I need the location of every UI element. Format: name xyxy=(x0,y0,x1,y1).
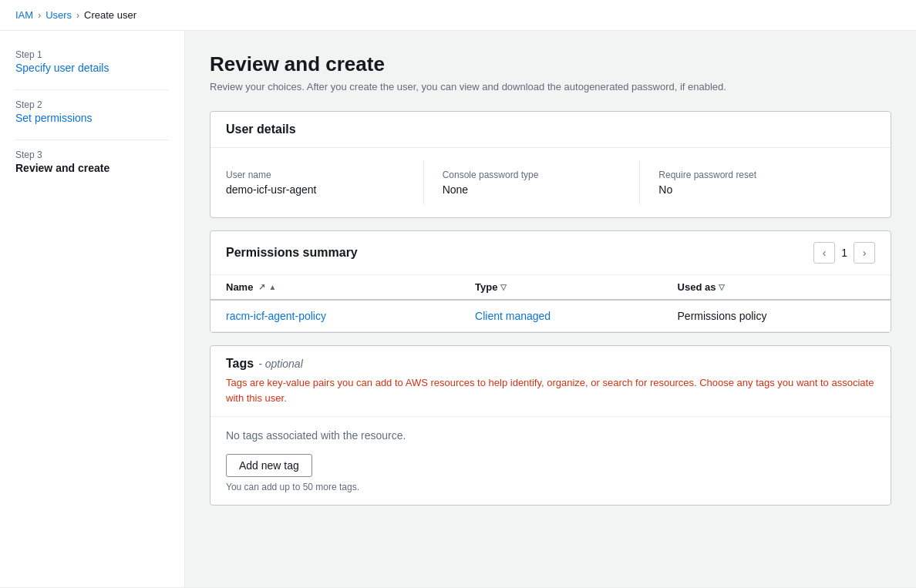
main-content: Review and create Review your choices. A… xyxy=(185,31,916,587)
tags-optional: - optional xyxy=(258,358,303,370)
tags-description: Tags are key-value pairs you can add to … xyxy=(226,375,875,405)
page-subtitle: Review your choices. After you create th… xyxy=(210,81,891,92)
tags-card: Tags- optional Tags are key-value pairs … xyxy=(210,345,891,506)
detail-password-type: Console password type None xyxy=(443,160,641,205)
pagination-prev-btn[interactable]: ‹ xyxy=(813,242,835,264)
breadcrumb-current: Create user xyxy=(84,9,136,21)
pagination-current: 1 xyxy=(841,247,847,259)
sidebar-step-1: Step 1 Specify user details xyxy=(15,49,169,74)
policy-name-link[interactable]: racm-icf-agent-policy xyxy=(226,310,326,322)
sidebar-step-1-title[interactable]: Specify user details xyxy=(15,62,109,74)
breadcrumb: IAM › Users › Create user xyxy=(0,0,916,31)
sidebar-step-3-title: Review and create xyxy=(15,162,109,174)
password-reset-value: No xyxy=(658,183,875,196)
tags-header: Tags- optional Tags are key-value pairs … xyxy=(210,346,891,417)
col-used-as: Used as ▽ xyxy=(662,275,891,300)
step-1-label: Step 1 xyxy=(15,49,169,60)
step-2-label: Step 2 xyxy=(15,99,169,110)
permissions-header: Permissions summary ‹ 1 › xyxy=(210,231,891,275)
sidebar-step-3: Step 3 Review and create xyxy=(15,150,169,174)
sidebar-step-2-title[interactable]: Set permissions xyxy=(15,112,93,124)
sidebar-divider-1 xyxy=(15,89,169,90)
policy-type-cell: Client managed xyxy=(460,300,662,332)
sidebar-step-2: Step 2 Set permissions xyxy=(15,99,169,124)
pagination-next-btn[interactable]: › xyxy=(854,242,875,264)
step-3-label: Step 3 xyxy=(15,150,169,160)
no-tags-text: No tags associated with the resource. xyxy=(226,429,875,442)
col-name: Name ↗ ▲ xyxy=(210,275,460,300)
breadcrumb-sep-1: › xyxy=(38,10,41,21)
table-row: racm-icf-agent-policy Client managed Per… xyxy=(210,300,891,332)
tag-hint: You can add up to 50 more tags. xyxy=(226,482,875,492)
user-details-body: User name demo-icf-usr-agent Console pas… xyxy=(210,148,891,217)
password-reset-label: Require password reset xyxy=(658,170,875,180)
user-details-header: User details xyxy=(210,112,891,148)
detail-password-reset: Require password reset No xyxy=(658,160,875,205)
sidebar: Step 1 Specify user details Step 2 Set p… xyxy=(0,31,185,587)
policy-name-cell: racm-icf-agent-policy xyxy=(210,300,460,332)
table-header-row: Name ↗ ▲ Type ▽ xyxy=(210,275,891,300)
sidebar-divider-2 xyxy=(15,139,169,140)
password-type-value: None xyxy=(443,183,621,196)
permissions-card: Permissions summary ‹ 1 › Name ↗ ▲ xyxy=(210,230,891,333)
password-type-label: Console password type xyxy=(443,170,621,180)
sort-icon-used-as[interactable]: ▽ xyxy=(719,283,725,291)
external-link-icon: ↗ xyxy=(258,282,265,292)
detail-username: User name demo-icf-usr-agent xyxy=(226,160,424,205)
user-details-card: User details User name demo-icf-usr-agen… xyxy=(210,111,891,218)
sort-icon-type[interactable]: ▽ xyxy=(500,283,507,291)
breadcrumb-sep-2: › xyxy=(76,10,79,21)
permissions-table: Name ↗ ▲ Type ▽ xyxy=(210,275,891,332)
permissions-title: Permissions summary xyxy=(226,246,358,260)
username-value: demo-icf-usr-agent xyxy=(226,183,405,196)
tags-title: Tags xyxy=(226,357,254,370)
username-label: User name xyxy=(226,170,405,180)
pagination: ‹ 1 › xyxy=(813,242,875,264)
breadcrumb-users[interactable]: Users xyxy=(45,9,72,21)
add-tag-button[interactable]: Add new tag xyxy=(226,454,312,477)
page-title: Review and create xyxy=(210,52,891,76)
breadcrumb-iam[interactable]: IAM xyxy=(15,9,33,21)
tags-body: No tags associated with the resource. Ad… xyxy=(210,417,891,505)
sort-icon-name[interactable]: ▲ xyxy=(268,283,276,291)
user-details-grid: User name demo-icf-usr-agent Console pas… xyxy=(226,160,875,205)
policy-used-as-cell: Permissions policy xyxy=(662,300,891,332)
col-type: Type ▽ xyxy=(460,275,662,300)
